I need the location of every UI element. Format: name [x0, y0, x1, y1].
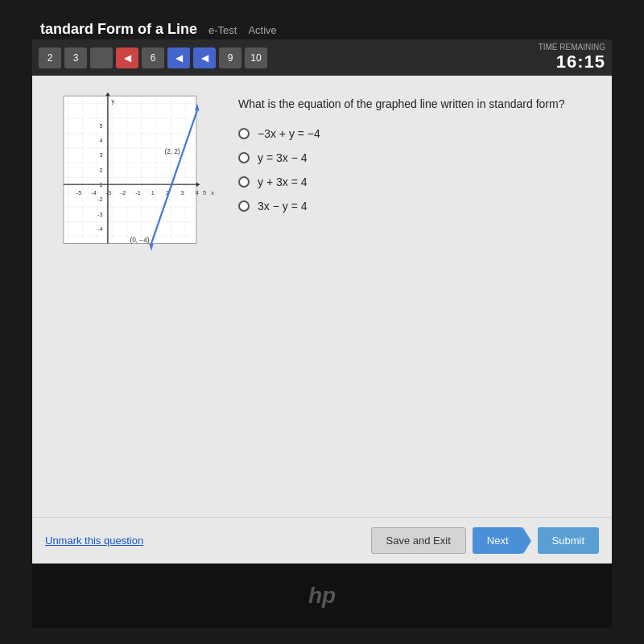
svg-text:-3: -3	[106, 189, 112, 196]
option-c-text: y + 3x = 4	[258, 175, 307, 188]
option-a[interactable]: −3x + y = −4	[238, 127, 599, 140]
radio-b[interactable]	[238, 152, 250, 163]
graph-svg: -5 -4 -3 -2 -1 1 2 3 4 5 x 5 4 3 2 1 -2 …	[45, 89, 222, 266]
submit-button[interactable]: Submit	[538, 527, 599, 554]
nav-btn-10[interactable]: 10	[245, 47, 267, 68]
nav-btn-6[interactable]: 6	[142, 47, 164, 68]
svg-text:y: y	[112, 97, 115, 105]
timer-value: 16:15	[539, 52, 605, 72]
svg-text:(2, 2): (2, 2)	[165, 148, 181, 155]
hp-logo: hp	[308, 583, 336, 609]
bezel-bottom: hp	[32, 564, 612, 628]
nav-btn-left2[interactable]: ◀	[193, 47, 216, 68]
svg-text:x: x	[211, 189, 214, 196]
svg-text:2: 2	[99, 167, 102, 174]
svg-text:3: 3	[99, 151, 102, 159]
nav-btn-3[interactable]: 3	[64, 47, 87, 68]
radio-a[interactable]	[238, 128, 250, 139]
status-badge: Active	[248, 24, 276, 36]
svg-text:-2: -2	[97, 196, 103, 203]
svg-text:-2: -2	[121, 189, 126, 196]
svg-text:-5: -5	[76, 189, 82, 196]
subtitle: e-Test	[208, 24, 237, 36]
save-exit-button[interactable]: Save and Exit	[371, 527, 466, 554]
graph-area: -5 -4 -3 -2 -1 1 2 3 4 5 x 5 4 3 2 1 -2 …	[45, 89, 222, 504]
nav-btn-left1[interactable]: ◀	[167, 47, 190, 68]
nav-btn-back[interactable]: ◀	[116, 47, 138, 68]
svg-text:4: 4	[99, 137, 102, 144]
timer-label: TIME REMAINING	[539, 43, 605, 52]
option-c[interactable]: y + 3x = 4	[238, 175, 599, 188]
nav-btn-2[interactable]: 2	[39, 47, 61, 68]
nav-btn-empty[interactable]	[90, 47, 113, 68]
svg-text:-4: -4	[97, 225, 103, 233]
option-b-text: y = 3x − 4	[258, 151, 307, 164]
svg-marker-5	[105, 93, 110, 97]
svg-text:4: 4	[196, 189, 199, 196]
svg-text:1: 1	[151, 189, 155, 196]
svg-text:-1: -1	[135, 189, 141, 196]
title-bar: tandard Form of a Line e-Test Active	[32, 16, 612, 39]
svg-marker-4	[196, 182, 200, 187]
question-area: What is the equation of the graphed line…	[238, 89, 599, 504]
svg-text:1: 1	[99, 181, 102, 188]
option-b[interactable]: y = 3x − 4	[238, 151, 599, 164]
next-button[interactable]: Next	[473, 527, 523, 554]
radio-d[interactable]	[238, 200, 250, 212]
svg-text:-3: -3	[97, 211, 103, 218]
svg-text:3: 3	[180, 189, 184, 196]
svg-text:(0, −4): (0, −4)	[130, 237, 149, 244]
option-d[interactable]: 3x − y = 4	[238, 200, 599, 213]
svg-text:5: 5	[99, 122, 102, 130]
svg-text:5: 5	[203, 189, 206, 196]
page-title: tandard Form of a Line	[40, 21, 197, 38]
footer-bar: Unmark this question Save and Exit Next …	[32, 517, 612, 564]
radio-c[interactable]	[238, 176, 250, 188]
unmark-link[interactable]: Unmark this question	[45, 535, 143, 547]
svg-marker-28	[149, 244, 154, 251]
nav-buttons: 2 3 ◀ 6 ◀ ◀ 9 10	[39, 47, 267, 68]
nav-btn-9[interactable]: 9	[219, 47, 242, 68]
footer-buttons: Save and Exit Next Submit	[371, 527, 599, 554]
svg-text:-4: -4	[91, 189, 97, 196]
option-d-text: 3x − y = 4	[258, 200, 307, 213]
main-content: -5 -4 -3 -2 -1 1 2 3 4 5 x 5 4 3 2 1 -2 …	[32, 76, 612, 517]
nav-bar: 2 3 ◀ 6 ◀ ◀ 9 10 TIME REMAINING 16:15	[32, 39, 612, 76]
option-a-text: −3x + y = −4	[258, 127, 320, 140]
timer-block: TIME REMAINING 16:15	[539, 43, 605, 72]
question-text: What is the equation of the graphed line…	[238, 97, 599, 113]
